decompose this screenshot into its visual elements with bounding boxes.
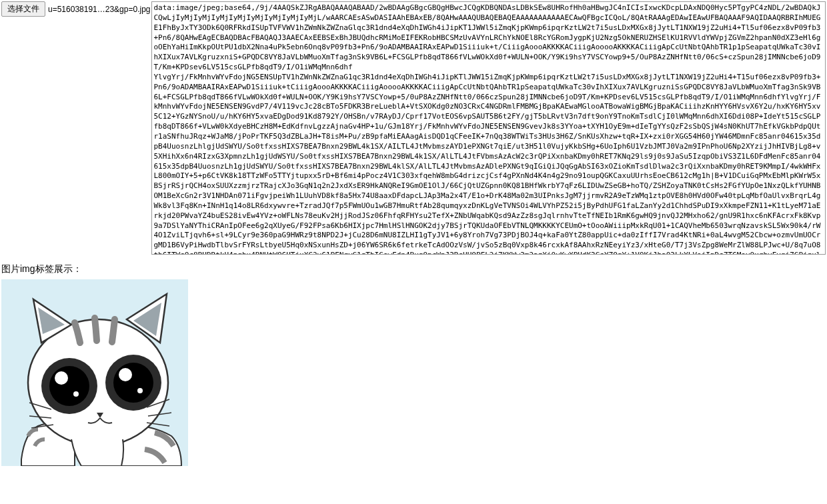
- cat-image: [1, 279, 188, 466]
- textarea-container: [151, 1, 826, 257]
- label-section: 图片img标签展示：: [1, 263, 826, 275]
- main-container: 选择文件 u=516038191…23&gp=0.jpg 图片img标签展示：: [1, 1, 826, 466]
- svg-point-3: [49, 366, 89, 406]
- svg-point-8: [119, 368, 132, 381]
- file-input-group: 选择文件 u=516038191…23&gp=0.jpg: [1, 1, 150, 17]
- top-row: 选择文件 u=516038191…23&gp=0.jpg: [1, 1, 826, 257]
- svg-point-4: [55, 371, 68, 385]
- file-name-label: u=516038191…23&gp=0.jpg: [48, 5, 150, 14]
- base64-textarea[interactable]: [151, 1, 826, 255]
- img-display-label: 图片img标签展示：: [1, 263, 82, 274]
- image-display: [1, 279, 188, 466]
- svg-point-9: [137, 388, 143, 393]
- choose-file-button[interactable]: 选择文件: [1, 1, 45, 17]
- svg-point-7: [113, 363, 153, 403]
- svg-point-5: [73, 391, 79, 397]
